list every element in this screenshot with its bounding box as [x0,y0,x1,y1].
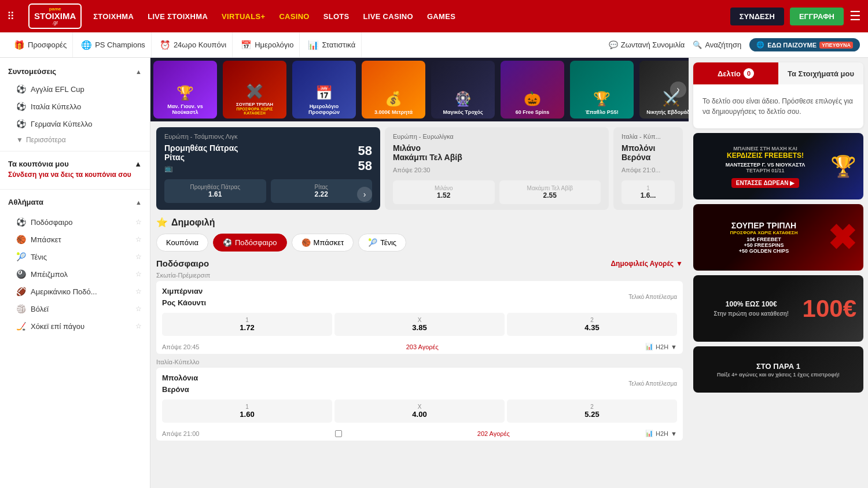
sort-button[interactable]: Δημοφιλείς Αγορές ▼ [610,260,683,268]
enter-label[interactable]: ΕΝΤΑΣΣΕ ΔΩΡΕΑΝ ▶ [731,178,799,188]
coupons-header[interactable]: Τα κουπόνια μου ▲ [8,160,142,168]
tab-coupon[interactable]: Κουπόνια [156,234,208,252]
odd-label-0-0: Προμηθέας Πάτρας [167,184,264,190]
offers-item[interactable]: 🎁 Προσφορές [8,32,73,57]
am-football-star[interactable]: ☆ [135,287,142,295]
ad-tripla-sub1: ΠΡΟΣΦΟΡΑ ΧΩΡΙΣ ΚΑΤΑΘΕΣΗ [700,230,827,235]
sidebar-item-efl[interactable]: ⚽ Αγγλία EFL Cup [0,80,150,98]
sidebar-item-germany-cup[interactable]: ⚽ Γερμανία Κύπελλο [0,115,150,132]
odd-label-1-1: Μακάμπι Τελ Αβίβ [502,185,599,191]
ad-bonus-title: 100% ΕΩΣ 100€ [700,300,803,308]
ad-ps-champ[interactable]: ΜΠΑΙΝΕΙΣ ΣΤΗ ΜΑΧΗ ΚΑΙ ΚΕΡΔΙΖΕΙΣ FREEBETS… [693,133,863,199]
sidebar-sport-volleyball[interactable]: 🏐 Βόλεϊ ☆ [0,300,150,317]
match-agores-0[interactable]: 203 Αγορές [406,343,439,350]
banner-cash[interactable]: 💰 3.000€ Μετρητά [362,61,425,119]
chat-icon: 💬 [609,40,618,49]
ad-bonus-left: 100% ΕΩΣ 100€ Στην πρώτη σου κατάθεση! [700,300,803,317]
match-agores-1[interactable]: 202 Αγορές [477,430,510,437]
nav-live-casino[interactable]: LIVE CASINO [363,12,413,21]
banner-ps5[interactable]: 🏆 Έπαθλο PS5! [570,61,634,119]
logo[interactable]: pame STOIXIMA .gr [28,3,82,29]
sidebar-sport-tennis[interactable]: 🎾 Τένις ☆ [0,248,150,265]
responsible-gambling-badge[interactable]: 🌐 ΕΔΩ ΠΑΙΖΟΥΜΕ ΥΠΕΥΘΥΝΑ [749,38,860,51]
germany-cup-label: Γερμανία Κύπελλο [31,120,92,128]
sidebar-item-italy-cup[interactable]: ⚽ Ιταλία Κύπελλο [0,98,150,115]
sidebar-sport-football[interactable]: ⚽ Ποδόσφαιρο ☆ [0,213,150,231]
ad-super-tripla[interactable]: ΣΟΥΠΕΡ ΤΡΙΠΛΗ ΠΡΟΣΦΟΡΑ ΧΩΡΙΣ ΚΑΤΑΘΕΣΗ 10… [693,204,863,271]
calendar-item[interactable]: 📅 Ημερολόγιο [235,32,300,57]
baseball-star[interactable]: ☆ [135,270,142,278]
match-odd-1-0[interactable]: 1 1.60 [162,400,332,423]
odd-btn-2-0[interactable]: 1 1.6... [621,180,675,204]
odd-btn-1-1[interactable]: Μακάμπι Τελ Αβίβ 2.55 [499,180,601,204]
search-button[interactable]: 🔍 Αναζήτηση [693,40,741,49]
ad-bonus-100[interactable]: 100% ΕΩΣ 100€ Στην πρώτη σου κατάθεση! 1… [693,275,863,342]
stats-item[interactable]: 📊 Στατιστικά [302,32,362,57]
nav-live-stoixima[interactable]: LIVE ΣΤΟΙΧΗΜΑ [148,12,208,21]
odds-2: 1 1.6... [621,180,675,204]
match-odd-0-1[interactable]: Χ 3.85 [334,313,505,336]
nav-virtuals[interactable]: VIRTUALS+ [222,12,265,21]
24h-coupon-item[interactable]: ⏰ 24ωρο Κουπόνι [154,32,233,57]
tab-basketball[interactable]: 🏀 Μπάσκετ [292,234,354,252]
coupons-chevron: ▲ [134,160,142,168]
match-odd-0-2[interactable]: 2 4.35 [507,313,677,336]
banner-wheel[interactable]: 🎡 Μαγικός Τροχός [431,61,495,119]
match-h2h-1[interactable]: 📊 H2H ▼ [645,430,677,437]
tennis-star[interactable]: ☆ [135,253,142,261]
hamburger-icon[interactable]: ☰ [849,9,861,24]
nav-casino[interactable]: CASINO [279,12,309,21]
shortcuts-header[interactable]: Συντομεύσεις ▲ [0,62,150,80]
nav-games[interactable]: GAMES [427,12,455,21]
sidebar-sport-american-football[interactable]: 🏈 Αμερικάνικο Ποδό... ☆ [0,283,150,300]
odd-btn-0-1[interactable]: Ρίτας 2.22 [271,179,373,203]
popular-section: ⭐ Δημοφιλή Κουπόνια ⚽ Ποδόσφαιρο 🏀 Μπάσκ… [150,210,689,452]
banner-title-7: Νικητής Εβδομάδας [646,109,689,115]
sports-label: Αθλήματα [8,198,43,206]
enter-btn[interactable]: ΕΝΤΑΣΣΕ ΔΩΡΕΑΝ ▶ [700,177,830,187]
login-button[interactable]: ΣΥΝΔΕΣΗ [730,8,784,25]
match-odd-0-0[interactable]: 1 1.72 [162,313,332,336]
shortcuts-label: Συντομεύσεις [8,67,56,76]
live-card-nav-0[interactable]: › [357,187,372,202]
calendar-label: Ημερολόγιο [255,40,293,49]
tab-tennis[interactable]: 🎾 Τένις [358,234,406,252]
basketball-star[interactable]: ☆ [135,235,142,243]
banner-next-button[interactable]: › [670,82,686,98]
sports-header[interactable]: Αθλήματα ▲ [0,193,150,211]
chat-button[interactable]: 💬 Ζωντανή Συνομιλία [609,40,685,49]
register-button[interactable]: ΕΓΓΡΑΦΗ [790,8,844,25]
show-more-shortcuts[interactable]: ▼ Περισσότερα [0,132,150,147]
nav-slots[interactable]: SLOTS [323,12,350,21]
sidebar-sport-baseball[interactable]: 🎱 Μπέιζμπολ ☆ [0,265,150,283]
match-odd-val-1-0: 1.60 [164,410,330,419]
tab-football[interactable]: ⚽ Ποδόσφαιρο [213,234,287,252]
coupon-link[interactable]: Σύνδεση για να δεις τα κουπόνια σου [8,168,142,181]
odd-val-0-0: 1.61 [167,190,264,198]
football-star[interactable]: ☆ [135,218,142,226]
volleyball-label: Βόλεϊ [31,305,49,313]
hockey-star[interactable]: ☆ [135,322,142,330]
sports-chevron: ▲ [135,199,142,206]
banner-super-tripla[interactable]: ✖️ ΣΟΥΠΕΡ ΤΡΙΠΛΗ ΠΡΟΣΦΟΡΑ ΧΩΡΙΣ ΚΑΤΑΘΕΣΗ [223,61,286,119]
banner-ps-champions[interactable]: 🏆 Μαν. Γιουν. vs Νιούκαστλ [153,61,217,119]
coupon-link-text[interactable]: Σύνδεση [8,171,36,179]
nav-stoixima[interactable]: ΣΤΟΙΧΗΜΑ [93,12,134,21]
volleyball-star[interactable]: ☆ [135,305,142,313]
sidebar-sport-basketball[interactable]: 🏀 Μπάσκετ ☆ [0,231,150,248]
teams-2: Μπολόνι Βερόνα [621,143,675,162]
banner-calendar[interactable]: 📅 Ημερολόγιο Προσφορών [292,61,356,119]
my-bets-tab[interactable]: Τα Στοιχήματά μου [778,62,863,84]
odd-btn-0-0[interactable]: Προμηθέας Πάτρας 1.61 [164,179,266,203]
odd-btn-1-0[interactable]: Μιλάνο 1.52 [393,180,495,204]
ad-para1[interactable]: ΣΤΟ ΠΑΡΑ 1 Παίξε 4+ αγώνες και αν χάσεις… [693,346,863,393]
ps-champions-item[interactable]: 🌐 PS Champions [75,32,152,57]
banner-halloween[interactable]: 🎃 60 Free Spins [501,61,564,119]
match-h2h-0[interactable]: 📊 H2H ▼ [645,343,677,350]
sort-chevron: ▼ [676,260,683,268]
sidebar-sport-hockey[interactable]: 🏒 Χόκεϊ επί πάγου ☆ [0,317,150,335]
grid-icon[interactable]: ⠿ [7,10,14,23]
match-odd-1-2[interactable]: 2 5.25 [507,400,677,423]
match-odd-1-1[interactable]: Χ 4.00 [334,400,505,423]
betslip-tab-active[interactable]: Δελτίο 0 [693,62,778,84]
